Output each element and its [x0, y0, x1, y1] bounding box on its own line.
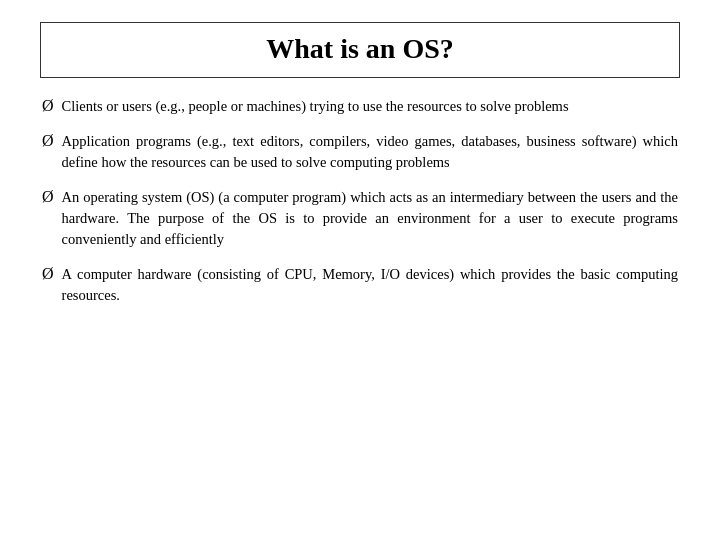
- bullet-item-2: Ø Application programs (e.g., text edito…: [42, 131, 678, 173]
- bullet-item-3: Ø An operating system (OS) (a computer p…: [42, 187, 678, 250]
- content-area: Ø Clients or users (e.g., people or mach…: [0, 96, 720, 306]
- bullet-item-4: Ø A computer hardware (consisting of CPU…: [42, 264, 678, 306]
- bullet-symbol-2: Ø: [42, 132, 54, 150]
- slide-container: What is an OS? Ø Clients or users (e.g.,…: [0, 22, 720, 540]
- bullet-item-1: Ø Clients or users (e.g., people or mach…: [42, 96, 678, 117]
- slide-title: What is an OS?: [266, 33, 454, 64]
- bullet-text-4: A computer hardware (consisting of CPU, …: [62, 264, 678, 306]
- bullet-symbol-4: Ø: [42, 265, 54, 283]
- bullet-text-3: An operating system (OS) (a computer pro…: [62, 187, 678, 250]
- title-box: What is an OS?: [40, 22, 680, 78]
- bullet-text-1: Clients or users (e.g., people or machin…: [62, 96, 569, 117]
- bullet-text-2: Application programs (e.g., text editors…: [62, 131, 678, 173]
- bullet-symbol-1: Ø: [42, 97, 54, 115]
- bullet-symbol-3: Ø: [42, 188, 54, 206]
